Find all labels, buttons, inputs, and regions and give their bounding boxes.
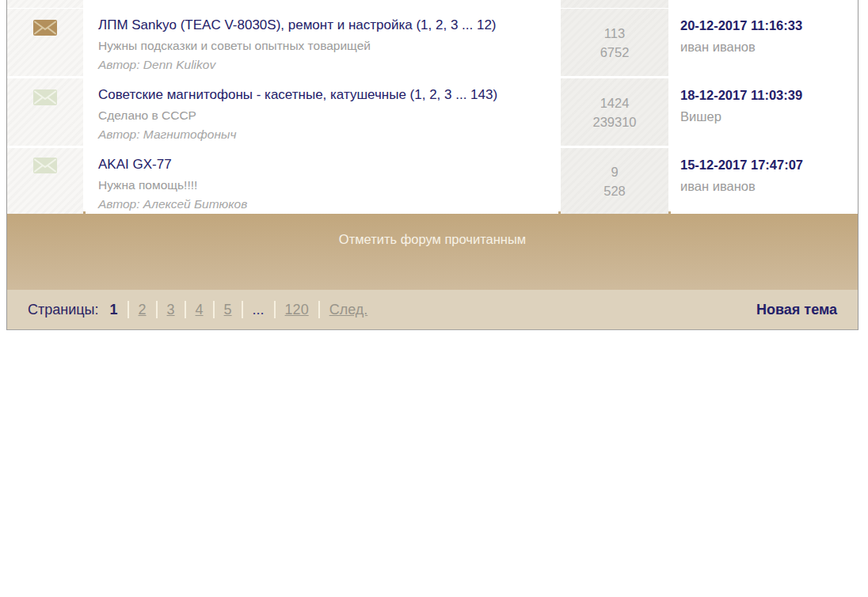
envelope-new-icon [33, 20, 57, 36]
views-count: 528 [603, 181, 626, 200]
page-link[interactable]: 4 [196, 302, 204, 318]
topic-title-link[interactable]: ЛПМ Sankyo (TEAC V-8030S), ремонт и наст… [98, 16, 497, 34]
page-separator [242, 301, 243, 318]
page-separator [128, 301, 129, 318]
envelope-nonew-icon [33, 89, 57, 105]
last-post-date-link[interactable]: 20-12-2017 11:16:33 [680, 17, 855, 35]
topic-status-cell [7, 148, 83, 214]
last-post-user: Вишер [680, 108, 855, 126]
page-separator [274, 301, 276, 318]
topic-counts-cell [561, 0, 668, 8]
topic-title-link[interactable]: Советские магнитофоны - касетные, катуше… [98, 86, 497, 104]
views-count: 6752 [600, 43, 630, 62]
pagination-bar: Страницы: 1 2 3 4 5 ... 120 След. Новая … [7, 290, 858, 329]
new-topic-button[interactable]: Новая тема [756, 302, 837, 318]
pages-label: Страницы: [28, 302, 99, 318]
page-link-last[interactable]: 120 [285, 302, 309, 318]
page-separator [185, 301, 186, 318]
page-link[interactable]: 2 [139, 302, 147, 318]
envelope-nonew-icon [33, 158, 57, 173]
topic-title-link[interactable]: AKAI GX-77 [98, 155, 172, 173]
topic-status-cell [7, 9, 83, 76]
page-separator [213, 301, 215, 318]
last-post-user: иван иванов [680, 177, 855, 196]
topic-author: Автор: Denn Kulikov [98, 55, 554, 74]
table-row: ЛПМ Sankyo (TEAC V-8030S), ремонт и наст… [7, 9, 858, 76]
last-post-date-link[interactable]: 15-12-2017 17:47:07 [680, 156, 855, 174]
topic-description: Сделано в СССР [98, 106, 554, 125]
table-row: Советские магнитофоны - касетные, катуше… [7, 78, 858, 146]
topic-counts-cell: 1424 239310 [561, 78, 668, 146]
replies-count: 1424 [600, 93, 630, 112]
page-link[interactable]: 5 [224, 302, 232, 318]
last-post-date-link[interactable]: 18-12-2017 11:03:39 [680, 86, 855, 105]
topic-status-cell [7, 78, 83, 146]
topic-counts-cell: 113 6752 [561, 9, 668, 76]
page-ellipsis: ... [253, 302, 265, 318]
forum-topics-table: ЛПМ Sankyo (TEAC V-8030S), ремонт и наст… [6, 0, 858, 330]
topic-author: Автор: Алексей Битюков [98, 195, 554, 214]
replies-count: 113 [604, 24, 625, 43]
topic-status-cell [7, 0, 83, 8]
page-link[interactable]: 3 [167, 302, 175, 318]
topic-counts-cell: 9 528 [561, 148, 668, 214]
table-row: AKAI GX-77 Нужна помощь!!!! Автор: Алекс… [7, 148, 858, 211]
page-current: 1 [110, 302, 118, 318]
topic-description: Нужна помощь!!!! [98, 176, 554, 195]
page-next-link[interactable]: След. [329, 302, 368, 318]
mark-forum-read-button[interactable]: Отметить форум прочитанным [7, 211, 858, 290]
table-row-partial [7, 0, 858, 6]
page-separator [318, 301, 320, 318]
views-count: 239310 [592, 112, 636, 131]
page-separator [156, 301, 158, 318]
replies-count: 9 [611, 162, 618, 181]
last-post-user: иван иванов [680, 38, 855, 56]
topic-author: Автор: Магнитофоныч [98, 125, 554, 144]
topic-description: Нужны подсказки и советы опытных товарищ… [98, 36, 554, 55]
